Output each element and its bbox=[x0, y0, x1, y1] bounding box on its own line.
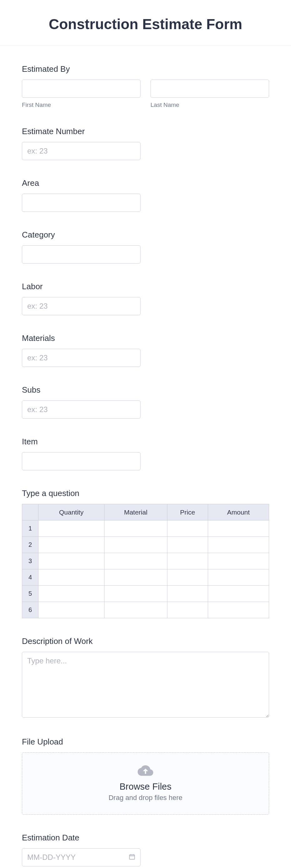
table-row: 1 bbox=[22, 521, 269, 537]
row-index: 1 bbox=[22, 521, 38, 537]
estimated-by-label: Estimated By bbox=[22, 64, 269, 74]
cell[interactable] bbox=[104, 569, 167, 586]
date-label: Estimation Date bbox=[22, 833, 269, 843]
cell[interactable] bbox=[38, 553, 105, 569]
table-header-material: Material bbox=[104, 504, 167, 521]
last-name-sublabel: Last Name bbox=[150, 101, 269, 108]
table-header-price: Price bbox=[167, 504, 208, 521]
cell[interactable] bbox=[167, 602, 208, 618]
calendar-icon[interactable] bbox=[129, 853, 136, 861]
cell[interactable] bbox=[104, 586, 167, 602]
page-title: Construction Estimate Form bbox=[6, 16, 285, 33]
cell[interactable] bbox=[38, 537, 105, 553]
cell[interactable] bbox=[208, 553, 269, 569]
item-input[interactable] bbox=[22, 452, 141, 470]
cell[interactable] bbox=[167, 586, 208, 602]
date-input[interactable] bbox=[22, 848, 141, 866]
table-row: 5 bbox=[22, 586, 269, 602]
items-table: Quantity Material Price Amount 1 2 3 4 5… bbox=[22, 504, 269, 618]
cell[interactable] bbox=[38, 602, 105, 618]
svg-rect-0 bbox=[130, 855, 135, 860]
cell[interactable] bbox=[167, 553, 208, 569]
table-row: 3 bbox=[22, 553, 269, 569]
subs-input[interactable] bbox=[22, 400, 141, 418]
table-row: 6 bbox=[22, 602, 269, 618]
last-name-input[interactable] bbox=[150, 80, 269, 98]
labor-input[interactable] bbox=[22, 297, 141, 315]
row-index: 3 bbox=[22, 553, 38, 569]
estimate-number-label: Estimate Number bbox=[22, 127, 269, 136]
table-corner bbox=[22, 504, 38, 521]
area-label: Area bbox=[22, 178, 269, 188]
cloud-upload-icon bbox=[29, 764, 262, 781]
cell[interactable] bbox=[167, 521, 208, 537]
cell[interactable] bbox=[167, 569, 208, 586]
cell[interactable] bbox=[104, 553, 167, 569]
category-label: Category bbox=[22, 230, 269, 240]
cell[interactable] bbox=[104, 602, 167, 618]
labor-label: Labor bbox=[22, 282, 269, 291]
subs-label: Subs bbox=[22, 385, 269, 395]
category-input[interactable] bbox=[22, 245, 141, 264]
cell[interactable] bbox=[38, 586, 105, 602]
cell[interactable] bbox=[167, 537, 208, 553]
row-index: 2 bbox=[22, 537, 38, 553]
table-header-quantity: Quantity bbox=[38, 504, 105, 521]
cell[interactable] bbox=[208, 569, 269, 586]
first-name-input[interactable] bbox=[22, 80, 141, 98]
row-index: 5 bbox=[22, 586, 38, 602]
table-label: Type a question bbox=[22, 489, 269, 498]
upload-hint: Drag and drop files here bbox=[29, 794, 262, 802]
cell[interactable] bbox=[208, 602, 269, 618]
materials-input[interactable] bbox=[22, 349, 141, 367]
description-label: Description of Work bbox=[22, 637, 269, 646]
cell[interactable] bbox=[208, 521, 269, 537]
row-index: 4 bbox=[22, 569, 38, 586]
area-input[interactable] bbox=[22, 194, 141, 212]
materials-label: Materials bbox=[22, 333, 269, 343]
row-index: 6 bbox=[22, 602, 38, 618]
item-label: Item bbox=[22, 437, 269, 446]
file-upload-zone[interactable]: Browse Files Drag and drop files here bbox=[22, 752, 269, 815]
cell[interactable] bbox=[208, 586, 269, 602]
upload-browse-text: Browse Files bbox=[29, 781, 262, 792]
cell[interactable] bbox=[104, 521, 167, 537]
estimate-number-input[interactable] bbox=[22, 142, 141, 160]
cell[interactable] bbox=[38, 521, 105, 537]
table-row: 2 bbox=[22, 537, 269, 553]
description-textarea[interactable] bbox=[22, 652, 269, 718]
table-row: 4 bbox=[22, 569, 269, 586]
cell[interactable] bbox=[208, 537, 269, 553]
cell[interactable] bbox=[104, 537, 167, 553]
upload-label: File Upload bbox=[22, 737, 269, 747]
table-header-amount: Amount bbox=[208, 504, 269, 521]
first-name-sublabel: First Name bbox=[22, 101, 141, 108]
cell[interactable] bbox=[38, 569, 105, 586]
